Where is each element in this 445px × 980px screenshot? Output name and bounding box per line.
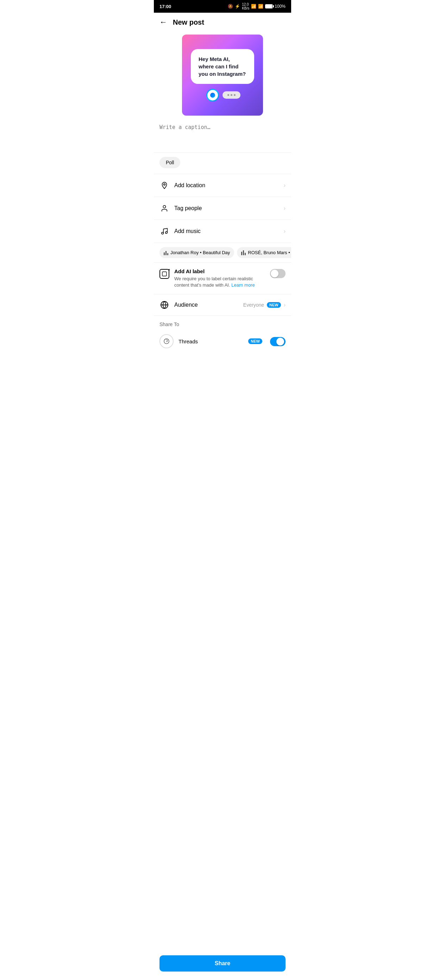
signal-icon: 📶 [251,4,256,9]
ai-label-icon: ✦ [160,269,169,279]
tag-chevron: › [284,205,285,212]
music-bars-1 [164,250,168,255]
music-chevron: › [284,228,285,234]
audience-chevron: › [284,302,285,308]
dots-bubble [223,91,241,99]
signal-icon-2: 📶 [258,4,263,9]
ai-label-content: Add AI label We require you to label cer… [174,268,265,288]
svg-point-0 [164,184,165,185]
poll-button[interactable]: Poll [160,157,180,168]
share-to-section: Share To Threads NEW [154,316,291,354]
svg-rect-4 [162,272,166,276]
caption-area [154,121,291,153]
audience-section[interactable]: Audience Everyone NEW › [154,294,291,316]
tag-people-label: Tag people [174,205,284,212]
music-chip-1[interactable]: Jonathan Roy • Beautiful Day [160,247,234,258]
spark-icon: ✦ [168,268,170,272]
music-chip-2[interactable]: ROSÉ, Bruno Mars • APT. [237,247,291,258]
ai-label-desc: We require you to label certain realisti… [174,276,265,288]
status-bar: 17:00 🔕 ⚡ 12.0KB/s 📶 📶 100% [154,0,291,13]
tag-people-item[interactable]: Tag people › [154,197,291,220]
battery-icon [265,4,273,8]
location-icon [160,180,169,190]
header: ← New post [154,13,291,32]
post-image: Hey Meta AI, where can I find you on Ins… [182,35,263,116]
music-chip-label-1: Jonathan Roy • Beautiful Day [170,250,230,255]
music-bars-2 [241,250,246,255]
meta-ai-circle [206,89,219,102]
threads-toggle[interactable] [270,337,285,346]
page-title: New post [173,18,204,26]
add-location-item[interactable]: Add location › [154,174,291,197]
poll-section: Poll [154,153,291,174]
data-speed: 12.0KB/s [242,2,249,10]
threads-name: Threads [179,339,243,344]
bluetooth-icon: ⚡ [235,4,240,9]
meta-ai-dot [210,93,215,98]
status-icons: 🔕 ⚡ 12.0KB/s 📶 📶 100% [228,2,285,10]
svg-point-1 [163,205,165,208]
mute-icon: 🔕 [228,4,233,9]
ai-label-section: ✦ Add AI label We require you to label c… [154,262,291,294]
caption-input[interactable] [160,124,285,145]
add-location-label: Add location [174,182,284,189]
svg-point-2 [162,232,164,234]
status-time: 17:00 [160,4,171,9]
ai-label-title: Add AI label [174,268,265,274]
back-button[interactable]: ← [160,18,167,27]
learn-more-link[interactable]: Learn more [231,282,255,288]
music-chips: Jonathan Roy • Beautiful Day ROSÉ, Bruno… [154,243,291,262]
threads-toggle-knob [276,338,284,345]
audience-icon [160,300,169,310]
add-music-label: Add music [174,228,284,234]
location-chevron: › [284,182,285,189]
bubble-actions [205,89,241,102]
toggle-knob [271,270,279,277]
music-chip-label-2: ROSÉ, Bruno Mars • APT. [248,250,291,255]
battery-percent: 100% [275,4,285,9]
add-music-item[interactable]: Add music › [154,220,291,243]
threads-icon [160,334,174,348]
post-image-container: Hey Meta AI, where can I find you on Ins… [154,32,291,121]
speech-bubble: Hey Meta AI, where can I find you on Ins… [191,49,254,84]
audience-value: Everyone [243,302,264,308]
tag-people-icon [160,204,169,213]
audience-new-badge: NEW [267,302,281,308]
audience-label: Audience [174,302,243,308]
ai-label-toggle[interactable] [270,269,285,278]
share-to-title: Share To [160,321,285,327]
share-to-threads: Threads NEW [160,331,285,351]
speech-bubble-text: Hey Meta AI, where can I find you on Ins… [199,56,246,77]
threads-new-badge: NEW [248,339,262,344]
music-icon [160,226,169,236]
